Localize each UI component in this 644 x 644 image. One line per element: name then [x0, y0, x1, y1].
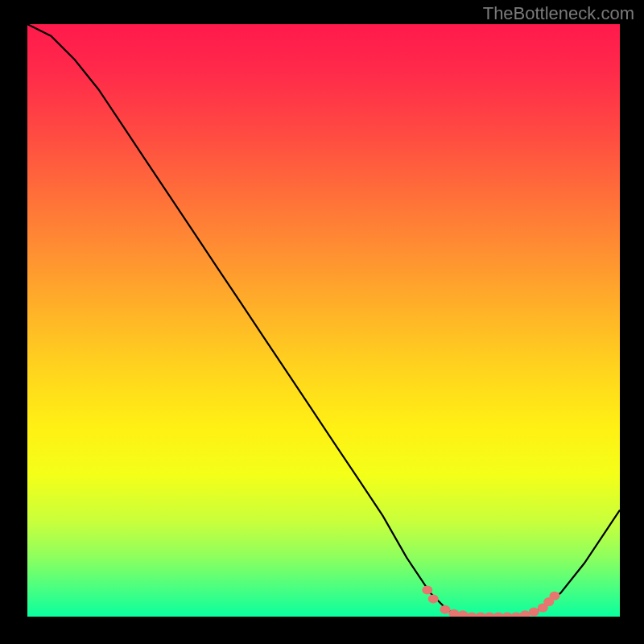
chart-svg — [27, 24, 620, 617]
marker-dot — [493, 613, 504, 617]
marker-dot — [520, 610, 530, 617]
marker-dot — [428, 594, 439, 603]
marker-dot — [529, 608, 539, 617]
marker-dot — [422, 585, 432, 594]
marker-dot — [448, 609, 459, 617]
marker-dot — [502, 613, 513, 617]
bottleneck-curve-line — [27, 24, 620, 617]
watermark-text: TheBottleneck.com — [483, 3, 634, 24]
marker-dot — [458, 610, 469, 617]
marker-dot — [485, 613, 495, 617]
chart-plot-area — [27, 24, 620, 617]
marker-dot — [440, 605, 450, 614]
marker-dot — [467, 613, 477, 617]
marker-dot — [550, 592, 560, 601]
marker-dot — [476, 613, 486, 617]
marker-group — [422, 585, 559, 617]
